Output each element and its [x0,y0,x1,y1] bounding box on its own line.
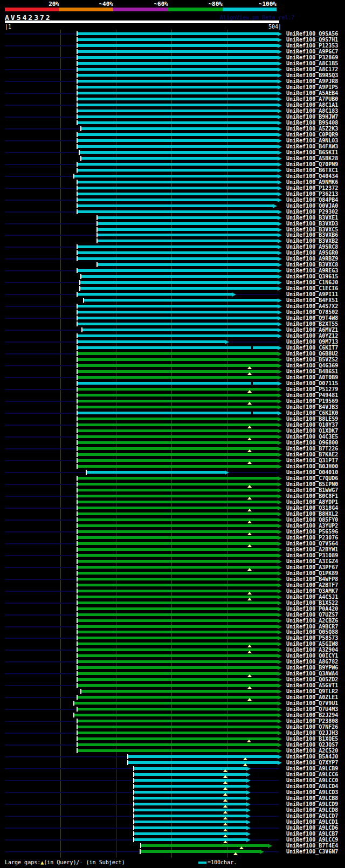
hit-accession-label[interactable]: UniRef100_A0YZ12 [286,333,338,339]
alignment-bar[interactable] [128,755,278,758]
alignment-bar[interactable] [77,317,278,319]
hit-accession-label[interactable]: UniRef100_P36213 [286,191,338,197]
hit-accession-label[interactable]: UniRef100_B7T4E4 [286,843,338,849]
alignment-bar[interactable] [84,299,278,302]
hit-accession-label[interactable]: UniRef100_P29302 [286,209,338,215]
alignment-bar[interactable] [77,584,278,586]
hit-accession-label[interactable]: UniRef100_A0ZLE1 [286,694,338,700]
hit-accession-label[interactable]: UniRef100_A5AEB4 [286,90,338,96]
hit-accession-label[interactable]: UniRef100_Q0ICY1 [286,653,338,659]
alignment-bar[interactable] [77,637,278,639]
alignment-bar[interactable] [77,251,278,254]
hit-accession-label[interactable]: UniRef100_Q7NF26 [286,724,338,730]
hit-accession-label[interactable]: UniRef100_C7QUD6 [286,475,338,481]
alignment-bar[interactable] [77,732,278,734]
hit-accession-label[interactable]: UniRef100_Q2JQS7 [286,742,338,748]
hit-accession-label[interactable]: UniRef100_C1ECI6 [286,285,338,291]
hit-accession-label[interactable]: UniRef100_B8HXL2 [286,511,338,517]
hit-accession-label[interactable]: UniRef100_B4B6S1 [286,368,338,374]
alignment-bar[interactable] [77,145,278,148]
alignment-bar[interactable] [134,791,246,794]
alignment-bar[interactable] [97,234,278,236]
hit-accession-label[interactable]: UniRef100_Q1XDK7 [286,428,338,434]
alignment-bar[interactable] [77,465,278,468]
hit-accession-label[interactable]: UniRef100_A9REG3 [286,268,338,274]
hit-accession-label[interactable]: UniRef100_Q6B8U2 [286,351,338,357]
hit-accession-label[interactable]: UniRef100_A3IGZ4 [286,558,338,564]
hit-accession-label[interactable]: UniRef100_O04010 [286,469,338,475]
alignment-bar[interactable] [80,281,278,284]
alignment-bar[interactable] [74,175,278,177]
hit-accession-label[interactable]: UniRef100_B9S408 [286,120,338,126]
hit-accession-label[interactable]: UniRef100_B5A4J0 [286,754,338,760]
alignment-bar[interactable] [77,346,278,349]
hit-accession-label[interactable]: UniRef100_B3VXB2 [286,238,338,244]
hit-accession-label[interactable]: UniRef100_B9HJW7 [286,114,338,120]
alignment-bar[interactable] [141,844,268,847]
alignment-bar[interactable] [77,80,278,83]
alignment-bar[interactable] [77,453,278,456]
hit-accession-label[interactable]: UniRef100_A9LCD8 [286,807,338,813]
hit-accession-label[interactable]: UniRef100_B2J294 [286,712,338,718]
alignment-bar[interactable] [77,625,278,628]
alignment-bar[interactable] [77,62,278,65]
alignment-bar[interactable] [134,785,246,788]
hit-accession-label[interactable]: UniRef100_B5IPN0 [286,481,338,487]
hit-accession-label[interactable]: UniRef100_Q39615 [286,274,338,279]
alignment-bar[interactable] [77,477,278,480]
alignment-bar[interactable] [77,199,278,201]
alignment-bar[interactable] [77,619,278,622]
hit-accession-label[interactable]: UniRef100_P23076 [286,535,338,541]
alignment-bar[interactable] [77,394,278,397]
hit-accession-label[interactable]: UniRef100_A2C520 [286,748,338,754]
alignment-bar[interactable] [77,560,278,563]
hit-accession-label[interactable]: UniRef100_O78502 [286,309,338,315]
alignment-bar[interactable] [134,797,246,799]
alignment-bar[interactable] [77,32,278,35]
alignment-bar[interactable] [77,44,278,47]
hit-accession-label[interactable]: UniRef100_Q0VJA0 [286,203,338,209]
alignment-bar[interactable] [77,340,225,343]
alignment-bar[interactable] [77,68,278,71]
alignment-bar[interactable] [134,832,246,835]
alignment-bar[interactable] [77,418,278,420]
alignment-bar[interactable] [77,536,278,539]
alignment-bar[interactable] [77,524,278,527]
alignment-bar[interactable] [77,305,278,307]
hit-accession-label[interactable]: UniRef100_C1N6J0 [286,279,338,285]
hit-accession-label[interactable]: UniRef100_A8C1B5 [286,60,338,66]
hit-accession-label[interactable]: UniRef100_B8LES9 [286,416,338,422]
hit-accession-label[interactable]: UniRef100_A9LCC9 [286,837,338,843]
alignment-bar[interactable] [134,803,246,805]
alignment-bar[interactable] [77,98,278,100]
alignment-bar[interactable] [77,311,278,313]
alignment-bar[interactable] [77,323,278,325]
hit-accession-label[interactable]: UniRef100_B4FX51 [286,297,338,303]
hit-accession-label[interactable]: UniRef100_A8YDP1 [286,499,338,505]
hit-accession-label[interactable]: UniRef100_B1WWG7 [286,487,338,493]
alignment-bar[interactable] [77,139,278,142]
hit-accession-label[interactable]: UniRef100_A9LCD1 [286,819,338,825]
hit-accession-label[interactable]: UniRef100_A2BYW1 [286,546,338,552]
alignment-bar[interactable] [77,133,278,136]
hit-accession-label[interactable]: UniRef100_A9LCD6 [286,825,338,831]
hit-accession-label[interactable]: UniRef100_A9PI11 [286,291,338,297]
hit-accession-label[interactable]: UniRef100_Q31PI7 [286,457,338,463]
hit-accession-label[interactable]: UniRef100_A8C172 [286,66,338,72]
alignment-bar[interactable] [77,578,278,580]
alignment-bar[interactable] [97,263,278,266]
alignment-bar[interactable] [134,779,246,782]
alignment-bar[interactable] [77,104,278,106]
hit-accession-label[interactable]: UniRef100_P32869 [286,54,338,60]
alignment-bar[interactable] [134,826,246,829]
hit-accession-label[interactable]: UniRef100_A3Z904 [286,647,338,653]
hit-accession-label[interactable]: UniRef100_P12353 [286,43,338,49]
hit-accession-label[interactable]: UniRef100_A9LCD3 [286,789,338,795]
alignment-bar[interactable] [77,193,278,195]
alignment-bar[interactable] [77,678,278,681]
alignment-bar[interactable] [77,358,278,361]
alignment-bar[interactable] [77,708,278,710]
hit-accession-label[interactable]: UniRef100_A9PGC7 [286,49,338,54]
hit-accession-label[interactable]: UniRef100_A2CBZ6 [286,618,338,624]
alignment-bar[interactable] [77,572,278,575]
